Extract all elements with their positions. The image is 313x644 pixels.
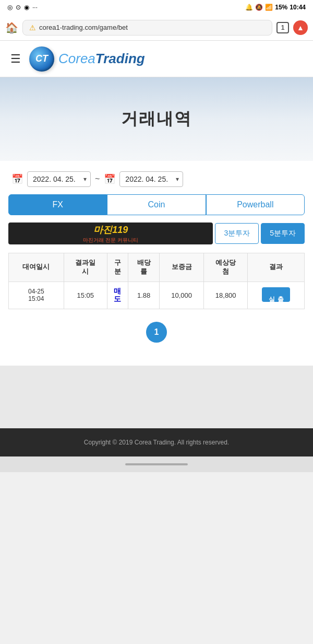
- end-date-wrapper[interactable]: 2022. 04. 25.: [119, 171, 183, 187]
- cell-result[interactable]: 실출: [248, 282, 305, 309]
- alarm-icon: 🔔: [245, 4, 253, 11]
- end-date-select[interactable]: 2022. 04. 25.: [119, 171, 183, 187]
- pagination: 1: [8, 322, 305, 343]
- refresh-icon: ▲: [297, 24, 304, 32]
- url-text: corea1-trading.com/game/bet: [39, 24, 128, 31]
- footer: Copyright © 2019 Corea Trading. All righ…: [0, 428, 313, 456]
- sell-badge: 매도: [114, 287, 121, 303]
- trade-table: 대여일시 결과일시 구분 배당률 보증금 예상당첨 결과 04-25 15:04…: [8, 253, 305, 309]
- copyright-text: Copyright © 2019 Corea Trading. All righ…: [84, 439, 229, 446]
- logo-area: CT CoreaTrading: [29, 46, 145, 72]
- spacer-grey: [0, 366, 313, 428]
- logo-symbol: CT: [29, 46, 54, 72]
- subtab-5min[interactable]: 5분투자: [261, 223, 305, 244]
- banner-inner: 마진119 마진거래 전문 커뮤니티: [83, 224, 138, 244]
- logo-trading: Trading: [95, 51, 145, 66]
- battery-percent: 15%: [275, 4, 287, 11]
- col-expected: 예상당첨: [203, 253, 248, 282]
- hero-banner: 거래내역: [0, 77, 313, 161]
- calendar-end-icon: 📅: [104, 173, 115, 185]
- home-icon[interactable]: 🏠: [5, 21, 18, 34]
- cell-rate: 1.88: [128, 282, 160, 309]
- banner-logo-text: 마진119: [93, 224, 128, 236]
- warning-icon: ⚠: [29, 24, 36, 32]
- main-tab-row: FX Coin Powerball: [8, 194, 305, 215]
- table-header-row: 대여일시 결과일시 구분 배당률 보증금 예상당첨 결과: [9, 253, 305, 282]
- result-button[interactable]: 실출: [262, 287, 290, 302]
- tab-coin[interactable]: Coin: [107, 194, 206, 215]
- start-date-select[interactable]: 2022. 04. 25.: [27, 171, 91, 187]
- cell-result-time: 15:05: [64, 282, 107, 309]
- col-result-time: 결과일시: [64, 253, 107, 282]
- banner-ad: 마진119 마진거래 전문 커뮤니티: [8, 223, 213, 244]
- status-bar: ◎ ⊙ ◉ ··· 🔔 🔕 📶 15% 10:44: [0, 0, 313, 15]
- col-deposit: 보증금: [160, 253, 204, 282]
- tab-powerball[interactable]: Powerball: [206, 194, 305, 215]
- col-result: 결과: [248, 253, 305, 282]
- tilde: ~: [95, 174, 100, 184]
- cell-type: 매도: [107, 282, 128, 309]
- status-time: 10:44: [290, 4, 306, 11]
- url-bar[interactable]: ⚠ corea1-trading.com/game/bet: [22, 20, 272, 36]
- refresh-button[interactable]: ▲: [293, 20, 308, 35]
- browser-bar: 🏠 ⚠ corea1-trading.com/game/bet 1 ▲: [0, 15, 313, 41]
- menu-icon[interactable]: ☰: [10, 52, 21, 66]
- page-title: 거래내역: [121, 108, 192, 131]
- logo-text: CoreaTrading: [58, 51, 145, 67]
- cell-deposit: 10,000: [160, 282, 204, 309]
- calendar-start-icon: 📅: [11, 173, 23, 185]
- status-icon-2: ⊙: [16, 4, 21, 11]
- bottom-handle: [125, 463, 188, 465]
- subtab-row: 마진119 마진거래 전문 커뮤니티 3분투자 5분투자: [8, 223, 305, 244]
- col-type: 구분: [107, 253, 128, 282]
- col-rate: 배당률: [128, 253, 160, 282]
- table-row: 04-25 15:04 15:05 매도 1.88 10,000 18,800 …: [9, 282, 305, 309]
- content-area: 📅 2022. 04. 25. ~ 📅 2022. 04. 25. FX Coi…: [0, 161, 313, 366]
- logo-corea: Corea: [58, 51, 95, 66]
- status-right: 🔔 🔕 📶 15% 10:44: [245, 4, 306, 11]
- status-more: ···: [32, 4, 38, 11]
- cell-date: 04-25 15:04: [9, 282, 64, 309]
- mute-icon: 🔕: [255, 4, 263, 11]
- page-1-button[interactable]: 1: [146, 322, 167, 343]
- status-left-icons: ◎ ⊙ ◉ ···: [7, 4, 38, 11]
- tab-count[interactable]: 1: [276, 22, 289, 33]
- wifi-icon: 📶: [265, 4, 273, 11]
- app-header: ☰ CT CoreaTrading: [0, 41, 313, 77]
- date-filter-row: 📅 2022. 04. 25. ~ 📅 2022. 04. 25.: [8, 171, 305, 187]
- col-date: 대여일시: [9, 253, 64, 282]
- cell-expected: 18,800: [203, 282, 248, 309]
- tab-fx[interactable]: FX: [8, 194, 107, 215]
- bottom-bar: [0, 456, 313, 472]
- status-icon-3: ◉: [24, 4, 29, 11]
- subtab-3min[interactable]: 3분투자: [215, 223, 259, 244]
- start-date-wrapper[interactable]: 2022. 04. 25.: [27, 171, 91, 187]
- status-icon-1: ◎: [7, 4, 13, 11]
- banner-sub-text: 마진거래 전문 커뮤니티: [83, 237, 138, 244]
